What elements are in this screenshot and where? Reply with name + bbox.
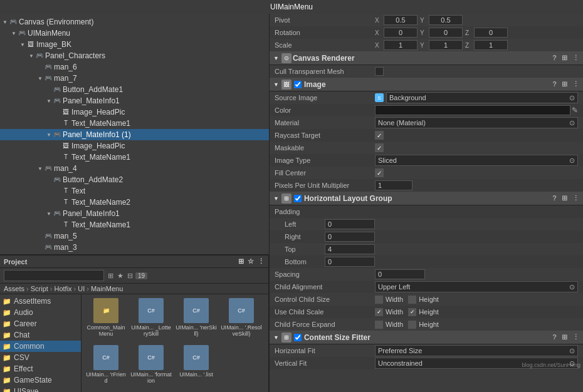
control-width-checkbox[interactable] bbox=[375, 296, 383, 304]
force-expand-width-checkbox[interactable] bbox=[375, 321, 383, 329]
hlg-help-icon[interactable]: ? bbox=[552, 194, 557, 202]
csf-section-header[interactable]: ▼ ⊞ Content Size Fitter ? ⊞ ⋮ bbox=[270, 331, 583, 344]
folder-item-audio[interactable]: 📁Audio bbox=[0, 307, 81, 318]
tree-item-panel_mateinfo1_3[interactable]: ▼ 🎮 Panel_MateInfo1 bbox=[0, 208, 269, 219]
raycast-checkbox[interactable] bbox=[375, 131, 384, 140]
tree-item-panel_mateinfo1_1[interactable]: ▼ 🎮 Panel_MateInfo1 (1) bbox=[0, 129, 269, 140]
horizontal-fit-dropdown[interactable]: Preferred Size bbox=[375, 345, 578, 356]
pivot-y-input[interactable] bbox=[429, 15, 463, 25]
tree-item-text_matename1_3[interactable]: T Text_MateName1 bbox=[0, 219, 269, 230]
padding-left-input[interactable] bbox=[325, 219, 375, 229]
folder-item-assetitems[interactable]: 📁AssetItems bbox=[0, 296, 81, 307]
breadcrumb-script[interactable]: Script bbox=[31, 285, 48, 292]
folder-item-chat[interactable]: 📁Chat bbox=[0, 329, 81, 341]
filter-icon[interactable]: ⊞ bbox=[108, 272, 113, 280]
project-folder-list[interactable]: 📁AssetItems📁Audio📁Career📁Chat📁Common📁CSV… bbox=[0, 294, 81, 392]
padding-right-input[interactable] bbox=[325, 232, 375, 242]
hlg-section-header[interactable]: ▼ ⊞ Horizontal Layout Group ? ⊞ ⋮ bbox=[270, 192, 583, 205]
folder-item-effect[interactable]: 📁Effect bbox=[0, 363, 81, 374]
csf-enable-checkbox[interactable] bbox=[294, 334, 302, 341]
breadcrumb-mainmenu[interactable]: MainMenu bbox=[91, 285, 123, 292]
scale-x-input[interactable] bbox=[384, 40, 418, 50]
material-dropdown[interactable]: None (Material) bbox=[375, 117, 578, 128]
eyedropper-icon[interactable]: ✎ bbox=[572, 106, 578, 115]
pixels-per-unit-input[interactable] bbox=[375, 180, 412, 190]
image-type-dropdown[interactable]: Sliced bbox=[375, 155, 578, 166]
fill-center-checkbox[interactable] bbox=[375, 168, 384, 177]
eye-icon[interactable]: ☆ bbox=[248, 257, 254, 266]
folder-item-gamestate[interactable]: 📁GameState bbox=[0, 374, 81, 386]
padding-top-input[interactable] bbox=[325, 244, 375, 254]
file-grid[interactable]: 📁 Common_MainMenu C# UIMain... _LotteryS… bbox=[84, 297, 266, 389]
search-input[interactable] bbox=[4, 270, 104, 281]
hlg-settings-icon[interactable]: ⊞ bbox=[562, 194, 567, 202]
color-swatch[interactable] bbox=[375, 105, 570, 115]
star-icon[interactable]: ★ bbox=[117, 272, 123, 280]
tree-item-image_headpic[interactable]: 🖼 Image_HeadPic bbox=[0, 106, 269, 118]
file-item[interactable]: C# UIMain... _LotterySkill bbox=[129, 297, 173, 343]
folder-item-uisave[interactable]: 📁UISave bbox=[0, 386, 81, 392]
folder-item-career[interactable]: 📁Career bbox=[0, 318, 81, 329]
tree-item-man_6[interactable]: 🎮 man_6 bbox=[0, 61, 269, 73]
hlg-enable-checkbox[interactable] bbox=[294, 195, 302, 202]
tree-item-text[interactable]: T Text bbox=[0, 185, 269, 197]
tree-item-button_addmate1[interactable]: 🎮 Button_AddMate1 bbox=[0, 84, 269, 95]
use-scale-width-checkbox[interactable] bbox=[375, 308, 383, 316]
image-more-icon[interactable]: ⋮ bbox=[572, 80, 579, 88]
image-enable-checkbox[interactable] bbox=[294, 81, 302, 88]
image-help-icon[interactable]: ? bbox=[552, 80, 557, 88]
scale-z-input[interactable] bbox=[474, 40, 508, 50]
tree-item-image_bk[interactable]: ▼ 🖼 Image_BK bbox=[0, 39, 269, 50]
source-image-dropdown[interactable]: Background bbox=[386, 92, 578, 103]
control-height-checkbox[interactable] bbox=[408, 296, 416, 304]
tree-item-panel_characters[interactable]: ▼ 🎮 Panel_Characters bbox=[0, 50, 269, 61]
breadcrumb-ui[interactable]: UI bbox=[78, 285, 85, 292]
tree-item-man_3[interactable]: 🎮 man_3 bbox=[0, 242, 269, 253]
breadcrumb-assets[interactable]: Assets bbox=[4, 285, 24, 292]
tree-item-panel_mateinfo1[interactable]: ▼ 🎮 Panel_MateInfo1 bbox=[0, 95, 269, 106]
tree-item-text_matename1_2[interactable]: T Text_MateName1 bbox=[0, 152, 269, 163]
settings-icon[interactable]: ⊞ bbox=[562, 54, 567, 62]
file-item[interactable]: C# UIMain... 'rFriend bbox=[84, 344, 128, 389]
image-settings-icon[interactable]: ⊞ bbox=[562, 80, 567, 88]
file-item[interactable]: C# UIMain... '.ResolveSkill) bbox=[219, 297, 263, 343]
spacing-input[interactable] bbox=[375, 269, 425, 279]
rotation-x-input[interactable] bbox=[384, 28, 418, 38]
hierarchy-content[interactable]: ▼ 🎮 Canvas (Environment) ▼ 🎮 UIMainMenu … bbox=[0, 14, 269, 254]
tree-item-man_4[interactable]: ▼ 🎮 man_4 bbox=[0, 163, 269, 174]
breadcrumb-hotfix[interactable]: Hotfix bbox=[54, 285, 71, 292]
image-section-header[interactable]: ▼ 🖼 Image ? ⊞ ⋮ bbox=[270, 78, 583, 91]
tree-item-man_7[interactable]: ▼ 🎮 man_7 bbox=[0, 73, 269, 84]
lock-icon[interactable]: ⊞ bbox=[238, 257, 244, 266]
use-scale-height-checkbox[interactable] bbox=[408, 308, 416, 316]
help-icon[interactable]: ? bbox=[552, 54, 557, 62]
child-alignment-dropdown[interactable]: Upper Left bbox=[375, 281, 578, 292]
tree-item-uimainmenu[interactable]: ▼ 🎮 UIMainMenu bbox=[0, 28, 269, 39]
scale-y-input[interactable] bbox=[429, 40, 463, 50]
folder-item-csv[interactable]: 📁CSV bbox=[0, 352, 81, 363]
csf-settings-icon[interactable]: ⊞ bbox=[562, 333, 567, 341]
padding-bottom-input[interactable] bbox=[325, 257, 375, 267]
csf-more-icon[interactable]: ⋮ bbox=[572, 333, 579, 341]
tree-item-man_5[interactable]: 🎮 man_5 bbox=[0, 230, 269, 242]
sort-icon[interactable]: ⊟ bbox=[127, 272, 133, 280]
file-item[interactable]: C# UIMain... 'formation bbox=[129, 344, 173, 389]
cull-checkbox[interactable] bbox=[375, 67, 384, 76]
force-expand-height-checkbox[interactable] bbox=[408, 321, 416, 329]
file-item[interactable]: C# UIMain... '.list bbox=[174, 344, 218, 389]
tree-item-canvas[interactable]: ▼ 🎮 Canvas (Environment) bbox=[0, 16, 269, 28]
tree-item-image_headpic2[interactable]: 🖼 Image_HeadPic bbox=[0, 140, 269, 152]
file-item[interactable]: 📁 Common_MainMenu bbox=[84, 297, 128, 343]
rotation-z-input[interactable] bbox=[474, 28, 508, 38]
canvas-renderer-header[interactable]: ▼ ⊙ Canvas Renderer ? ⊞ ⋮ bbox=[270, 51, 583, 65]
csf-help-icon[interactable]: ? bbox=[552, 333, 557, 341]
tree-item-text_matename1[interactable]: T Text_MateName1 bbox=[0, 118, 269, 129]
pivot-x-input[interactable] bbox=[384, 15, 418, 25]
hlg-more-icon[interactable]: ⋮ bbox=[572, 194, 579, 202]
tree-item-text_matename2[interactable]: T Text_MateName2 bbox=[0, 197, 269, 208]
more-icon[interactable]: ⋮ bbox=[258, 257, 265, 266]
maskable-checkbox[interactable] bbox=[375, 143, 384, 152]
more-icon2[interactable]: ⋮ bbox=[572, 54, 579, 62]
tree-item-button_addmate2[interactable]: 🎮 Button_AddMate2 bbox=[0, 174, 269, 185]
folder-item-common[interactable]: 📁Common bbox=[0, 341, 81, 352]
